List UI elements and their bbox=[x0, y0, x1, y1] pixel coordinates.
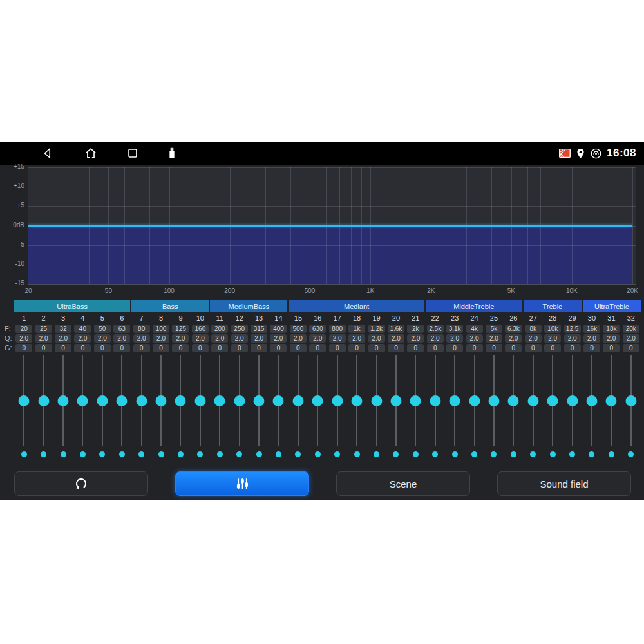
channel-number: 8 bbox=[159, 314, 163, 322]
slider-indicator-dot bbox=[374, 451, 379, 457]
slider-thumb[interactable] bbox=[352, 395, 363, 406]
gain-slider[interactable] bbox=[249, 354, 269, 451]
slider-thumb[interactable] bbox=[77, 395, 88, 406]
slider-thumb[interactable] bbox=[194, 395, 205, 406]
gain-slider[interactable] bbox=[562, 354, 582, 451]
gain-slider[interactable] bbox=[229, 354, 249, 451]
gain-slider[interactable] bbox=[386, 354, 406, 451]
gain-pill: 0 bbox=[583, 344, 600, 352]
gain-slider[interactable] bbox=[191, 354, 210, 451]
gain-slider[interactable] bbox=[445, 354, 464, 451]
gain-slider[interactable] bbox=[289, 354, 308, 451]
reset-button[interactable] bbox=[14, 471, 148, 496]
slider-thumb[interactable] bbox=[38, 395, 49, 406]
gain-slider[interactable] bbox=[33, 354, 53, 451]
slider-thumb[interactable] bbox=[625, 395, 636, 406]
frequency-pill: 50 bbox=[94, 325, 111, 333]
q-pill: 2.0 bbox=[388, 334, 404, 343]
slider-thumb[interactable] bbox=[254, 395, 265, 406]
gain-pill: 0 bbox=[94, 344, 111, 352]
q-pill: 2.0 bbox=[329, 334, 346, 343]
slider-thumb[interactable] bbox=[469, 395, 480, 406]
gain-slider[interactable] bbox=[464, 354, 484, 451]
gain-slider[interactable] bbox=[484, 354, 504, 451]
slider-thumb[interactable] bbox=[450, 395, 460, 406]
gain-slider[interactable] bbox=[112, 354, 131, 451]
slider-thumb[interactable] bbox=[410, 395, 421, 406]
channel-number: 22 bbox=[431, 314, 439, 322]
g-row-label: G: bbox=[5, 343, 12, 352]
gain-slider[interactable] bbox=[524, 354, 543, 451]
gain-pill: 0 bbox=[525, 344, 542, 352]
equalizer-tab-button[interactable] bbox=[175, 471, 309, 496]
gain-slider[interactable] bbox=[73, 354, 92, 451]
slider-thumb[interactable] bbox=[292, 395, 303, 406]
q-pill: 2.0 bbox=[231, 334, 248, 343]
slider-thumb[interactable] bbox=[606, 395, 617, 406]
slider-thumb[interactable] bbox=[97, 395, 108, 406]
slider-thumb[interactable] bbox=[19, 395, 30, 406]
gain-slider[interactable] bbox=[347, 354, 366, 451]
gain-slider[interactable] bbox=[504, 354, 523, 451]
slider-thumb[interactable] bbox=[586, 395, 597, 406]
sound-field-button[interactable]: Sound field bbox=[497, 471, 631, 496]
slider-thumb[interactable] bbox=[136, 395, 147, 406]
slider-thumb[interactable] bbox=[527, 395, 538, 406]
slider-indicator-dot bbox=[628, 451, 634, 457]
gain-slider[interactable] bbox=[366, 354, 386, 451]
slider-thumb[interactable] bbox=[390, 395, 401, 406]
gain-slider[interactable] bbox=[171, 354, 190, 451]
gain-slider[interactable] bbox=[601, 354, 621, 451]
slider-thumb[interactable] bbox=[430, 395, 440, 406]
frequency-pill: 400 bbox=[270, 325, 287, 333]
slider-thumb[interactable] bbox=[547, 395, 558, 406]
gain-pill: 0 bbox=[623, 344, 639, 352]
reset-loop-arrow-icon bbox=[73, 475, 90, 492]
gain-slider[interactable] bbox=[582, 354, 601, 451]
q-pill: 2.0 bbox=[446, 334, 463, 343]
gain-slider[interactable] bbox=[14, 354, 33, 451]
gain-slider[interactable] bbox=[426, 354, 445, 451]
slider-thumb[interactable] bbox=[332, 395, 343, 406]
home-icon[interactable] bbox=[84, 146, 98, 160]
gain-pill: 0 bbox=[251, 344, 267, 352]
gain-slider[interactable] bbox=[308, 354, 327, 451]
gain-slider[interactable] bbox=[621, 354, 641, 451]
gain-slider[interactable] bbox=[543, 354, 562, 451]
frequency-pill: 2k bbox=[407, 325, 424, 333]
slider-thumb[interactable] bbox=[175, 395, 186, 406]
gain-slider[interactable] bbox=[53, 354, 73, 451]
freq-axis-label: 20 bbox=[24, 287, 32, 294]
back-icon[interactable] bbox=[41, 146, 55, 160]
slider-thumb[interactable] bbox=[117, 395, 128, 406]
gain-slider[interactable] bbox=[269, 354, 288, 451]
slider-thumb[interactable] bbox=[234, 395, 245, 406]
slider-thumb[interactable] bbox=[567, 395, 578, 406]
gain-slider[interactable] bbox=[131, 354, 151, 451]
scene-button[interactable]: Scene bbox=[336, 471, 470, 496]
usb-icon[interactable] bbox=[164, 146, 180, 160]
slider-indicator-dot bbox=[550, 451, 556, 457]
frequency-pill: 25 bbox=[35, 325, 52, 333]
slider-thumb[interactable] bbox=[371, 395, 382, 406]
gain-slider[interactable] bbox=[328, 354, 347, 451]
channel-number: 18 bbox=[353, 314, 361, 322]
slider-indicator-dot bbox=[178, 451, 184, 457]
slider-thumb[interactable] bbox=[214, 395, 225, 406]
q-pill: 2.0 bbox=[525, 334, 542, 343]
recents-icon[interactable] bbox=[126, 146, 140, 160]
gain-slider[interactable] bbox=[406, 354, 425, 451]
gain-pill: 0 bbox=[603, 344, 620, 352]
slider-thumb[interactable] bbox=[58, 395, 69, 406]
slider-thumb[interactable] bbox=[488, 395, 499, 406]
channel-number: 13 bbox=[255, 314, 263, 322]
slider-thumb[interactable] bbox=[273, 395, 284, 406]
slider-thumb[interactable] bbox=[156, 395, 167, 406]
q-pill: 2.0 bbox=[94, 334, 111, 343]
q-pill: 2.0 bbox=[35, 334, 52, 343]
slider-thumb[interactable] bbox=[508, 395, 519, 406]
gain-slider[interactable] bbox=[93, 354, 112, 451]
gain-slider[interactable] bbox=[210, 354, 229, 451]
slider-thumb[interactable] bbox=[312, 395, 323, 406]
gain-slider[interactable] bbox=[151, 354, 171, 451]
